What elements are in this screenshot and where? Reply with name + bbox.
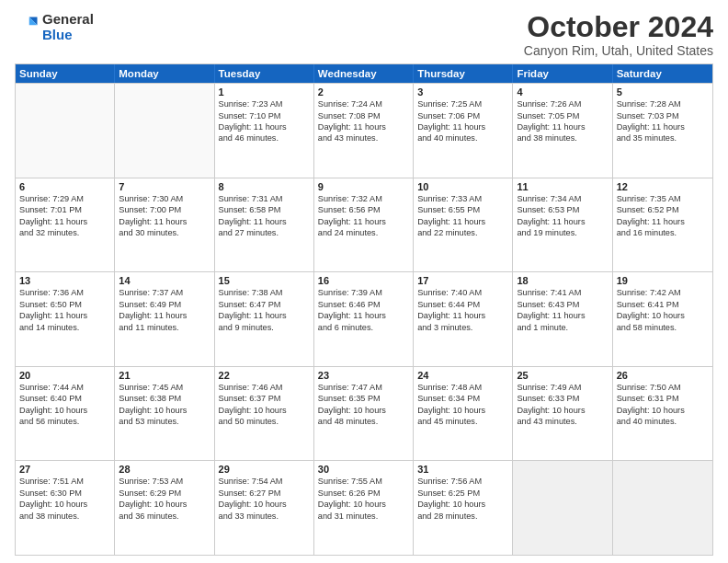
cell-info-line: and 53 minutes.	[119, 416, 210, 427]
cell-info-line: and 58 minutes.	[617, 322, 709, 333]
cal-cell: 10Sunrise: 7:33 AMSunset: 6:55 PMDayligh…	[414, 178, 513, 272]
cell-info-line: Daylight: 10 hours	[617, 405, 709, 416]
cell-info-line: Sunset: 6:27 PM	[219, 488, 310, 499]
cell-info-line: Sunset: 6:43 PM	[517, 299, 608, 310]
cell-info-line: Sunrise: 7:54 AM	[219, 476, 310, 487]
logo-text-line1: General	[42, 11, 94, 27]
cell-info-line: Sunrise: 7:39 AM	[318, 287, 409, 298]
cell-info-line: Sunset: 6:30 PM	[19, 488, 110, 499]
cal-cell	[613, 461, 712, 555]
cell-info-line: Sunrise: 7:24 AM	[318, 98, 409, 109]
weekday-header-thursday: Thursday	[414, 64, 513, 83]
cell-info-line: Daylight: 11 hours	[19, 216, 110, 227]
cell-info-line: Daylight: 11 hours	[517, 216, 608, 227]
day-number: 20	[19, 370, 110, 381]
cell-info-line: and 22 minutes.	[417, 227, 508, 238]
page: General Blue October 2024 Canyon Rim, Ut…	[0, 0, 728, 563]
logo-icon	[15, 14, 40, 40]
cell-info-line: Daylight: 10 hours	[219, 499, 310, 510]
cell-info-line: Sunrise: 7:31 AM	[219, 193, 310, 204]
cal-cell	[115, 84, 214, 178]
cal-cell	[16, 84, 115, 178]
cell-info-line: and 14 minutes.	[19, 322, 110, 333]
cell-info-line: Sunset: 6:52 PM	[617, 204, 709, 215]
cell-info-line: and 19 minutes.	[517, 227, 608, 238]
cell-info-line: and 50 minutes.	[219, 416, 310, 427]
week-row-3: 13Sunrise: 7:36 AMSunset: 6:50 PMDayligh…	[16, 271, 712, 366]
day-number: 19	[617, 275, 709, 286]
week-row-1: 1Sunrise: 7:23 AMSunset: 7:10 PMDaylight…	[16, 83, 712, 178]
cell-info-line: Daylight: 11 hours	[119, 216, 210, 227]
cell-info-line: and 46 minutes.	[219, 132, 310, 144]
day-number: 18	[517, 275, 608, 286]
cell-info-line: and 38 minutes.	[19, 511, 110, 522]
calendar-body: 1Sunrise: 7:23 AMSunset: 7:10 PMDaylight…	[16, 83, 712, 555]
cell-info-line: Sunset: 6:46 PM	[318, 299, 409, 310]
cell-info-line: and 38 minutes.	[517, 132, 608, 144]
week-row-5: 27Sunrise: 7:51 AMSunset: 6:30 PMDayligh…	[16, 460, 712, 555]
cell-info-line: Sunset: 6:53 PM	[517, 204, 608, 215]
day-number: 7	[119, 181, 210, 192]
weekday-header-tuesday: Tuesday	[215, 64, 314, 83]
day-number: 5	[617, 86, 709, 98]
calendar: SundayMondayTuesdayWednesdayThursdayFrid…	[15, 63, 713, 556]
weekday-header-friday: Friday	[513, 64, 612, 83]
cal-cell: 26Sunrise: 7:50 AMSunset: 6:31 PMDayligh…	[613, 367, 712, 461]
cell-info-line: Sunrise: 7:30 AM	[119, 193, 210, 204]
cell-info-line: Sunrise: 7:53 AM	[119, 476, 210, 487]
cal-cell: 8Sunrise: 7:31 AMSunset: 6:58 PMDaylight…	[215, 178, 314, 272]
cell-info-line: Daylight: 10 hours	[219, 405, 310, 416]
cell-info-line: Sunset: 6:31 PM	[617, 393, 709, 404]
cell-info-line: and 43 minutes.	[517, 416, 608, 427]
day-number: 22	[219, 370, 310, 381]
logo: General Blue	[15, 11, 94, 43]
cell-info-line: Sunset: 6:33 PM	[517, 393, 608, 404]
cell-info-line: Daylight: 11 hours	[119, 310, 210, 321]
cell-info-line: and 43 minutes.	[318, 132, 409, 144]
cell-info-line: Sunset: 7:08 PM	[318, 110, 409, 121]
cell-info-line: Sunrise: 7:40 AM	[417, 287, 508, 298]
cell-info-line: Daylight: 11 hours	[517, 121, 608, 132]
cell-info-line: Daylight: 10 hours	[119, 499, 210, 510]
cell-info-line: Sunset: 6:29 PM	[119, 488, 210, 499]
cell-info-line: Sunrise: 7:25 AM	[417, 98, 508, 109]
cell-info-line: Sunrise: 7:38 AM	[219, 287, 310, 298]
cell-info-line: Sunrise: 7:49 AM	[517, 382, 608, 393]
cell-info-line: and 28 minutes.	[417, 511, 508, 522]
cell-info-line: Daylight: 11 hours	[617, 121, 709, 132]
day-number: 17	[417, 275, 508, 286]
cell-info-line: Sunrise: 7:32 AM	[318, 193, 409, 204]
day-number: 12	[617, 181, 709, 192]
cal-cell: 18Sunrise: 7:41 AMSunset: 6:43 PMDayligh…	[513, 272, 612, 366]
cal-cell: 30Sunrise: 7:55 AMSunset: 6:26 PMDayligh…	[314, 461, 414, 555]
cell-info-line: Daylight: 10 hours	[19, 499, 110, 510]
cell-info-line: and 36 minutes.	[119, 511, 210, 522]
cal-cell: 7Sunrise: 7:30 AMSunset: 7:00 PMDaylight…	[115, 178, 214, 272]
cell-info-line: Daylight: 11 hours	[318, 310, 409, 321]
title-block: October 2024 Canyon Rim, Utah, United St…	[524, 11, 713, 58]
cell-info-line: Daylight: 11 hours	[417, 216, 508, 227]
cal-cell: 12Sunrise: 7:35 AMSunset: 6:52 PMDayligh…	[613, 178, 712, 272]
cell-info-line: Daylight: 11 hours	[19, 310, 110, 321]
cell-info-line: and 40 minutes.	[417, 132, 508, 144]
cell-info-line: and 30 minutes.	[119, 227, 210, 238]
cell-info-line: Sunrise: 7:45 AM	[119, 382, 210, 393]
cal-cell: 27Sunrise: 7:51 AMSunset: 6:30 PMDayligh…	[16, 461, 115, 555]
cell-info-line: and 56 minutes.	[19, 416, 110, 427]
cell-info-line: and 6 minutes.	[318, 322, 409, 333]
cell-info-line: Sunrise: 7:46 AM	[219, 382, 310, 393]
cal-cell: 11Sunrise: 7:34 AMSunset: 6:53 PMDayligh…	[513, 178, 612, 272]
cell-info-line: Sunrise: 7:56 AM	[417, 476, 508, 487]
cell-info-line: Sunrise: 7:26 AM	[517, 98, 608, 109]
cell-info-line: Sunrise: 7:36 AM	[19, 287, 110, 298]
week-row-2: 6Sunrise: 7:29 AMSunset: 7:01 PMDaylight…	[16, 178, 712, 272]
cell-info-line: Sunrise: 7:42 AM	[617, 287, 709, 298]
cell-info-line: Daylight: 11 hours	[417, 121, 508, 132]
day-number: 29	[219, 464, 310, 475]
day-number: 8	[219, 181, 310, 192]
cell-info-line: Sunrise: 7:55 AM	[318, 476, 409, 487]
day-number: 31	[417, 464, 508, 475]
cell-info-line: Daylight: 11 hours	[219, 121, 310, 132]
cell-info-line: Daylight: 11 hours	[318, 121, 409, 132]
cell-info-line: Daylight: 10 hours	[417, 499, 508, 510]
